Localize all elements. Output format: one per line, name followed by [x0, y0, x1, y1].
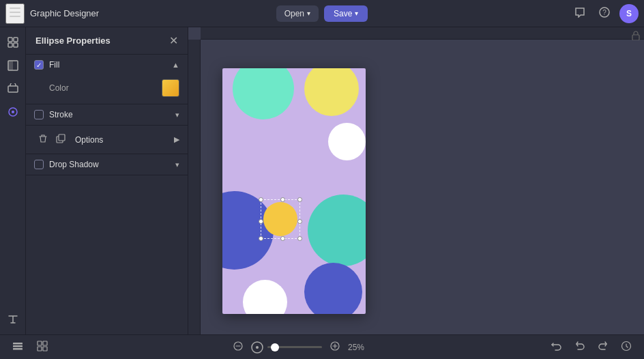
- fill-color-row: Color: [26, 75, 188, 104]
- svg-rect-5: [8, 38, 12, 42]
- redo-button[interactable]: [594, 339, 613, 356]
- avatar[interactable]: S: [619, 4, 639, 23]
- lock-icon: [628, 27, 644, 44]
- svg-rect-19: [13, 348, 23, 350]
- bottom-bar: 25%: [0, 334, 644, 359]
- stroke-section-header[interactable]: Stroke ▾: [26, 104, 188, 125]
- color-swatch[interactable]: [162, 79, 179, 97]
- svg-rect-23: [43, 347, 47, 351]
- circle-white-mr: [328, 123, 366, 160]
- handle-tr[interactable]: [297, 197, 302, 202]
- svg-rect-17: [13, 343, 23, 345]
- drop-shadow-label: Drop Shadow: [49, 160, 175, 169]
- svg-rect-2: [10, 16, 20, 17]
- svg-rect-20: [38, 341, 42, 345]
- handle-bm[interactable]: [280, 236, 285, 241]
- properties-panel: Ellipse Properties ✕ Fill ▲ Color Stroke…: [26, 27, 188, 334]
- delete-button[interactable]: [34, 131, 52, 148]
- svg-rect-21: [43, 341, 47, 345]
- canvas-area[interactable]: // Ruler ticks drawn via JS below: [188, 27, 644, 334]
- circle-blue-br: [304, 263, 362, 314]
- svg-rect-8: [14, 43, 18, 47]
- svg-point-26: [256, 346, 259, 349]
- circle-mint-tl: [233, 68, 294, 119]
- circle-teal-rm: [308, 195, 366, 266]
- chat-icon[interactable]: [570, 4, 589, 23]
- svg-rect-22: [38, 347, 42, 351]
- save-chevron-icon: ▾: [355, 10, 358, 17]
- undo-button[interactable]: [570, 339, 589, 356]
- fill-checkbox[interactable]: [34, 60, 44, 70]
- svg-rect-1: [10, 12, 20, 13]
- zoom-slider[interactable]: [267, 346, 322, 348]
- circle-white-bl: [243, 280, 287, 314]
- fill-section-header[interactable]: Fill ▲: [26, 55, 188, 75]
- ruler-left: [188, 40, 201, 334]
- svg-rect-15: [59, 134, 65, 141]
- handle-mr[interactable]: [297, 219, 302, 224]
- layers-icon[interactable]: [3, 56, 23, 75]
- fill-chevron-icon: ▲: [172, 61, 179, 69]
- selection-overlay: [261, 199, 300, 239]
- close-panel-button[interactable]: ✕: [169, 34, 178, 47]
- zoom-in-button[interactable]: [326, 339, 344, 355]
- drop-shadow-checkbox[interactable]: [34, 160, 44, 169]
- ruler-top: // Ruler ticks drawn via JS below: [201, 27, 644, 40]
- zoom-controls: 25%: [229, 339, 370, 355]
- fill-label: Fill: [49, 60, 172, 70]
- handle-bl[interactable]: [259, 236, 263, 241]
- handle-br[interactable]: [297, 236, 302, 241]
- handle-tm[interactable]: [280, 197, 285, 202]
- zoom-target: [251, 341, 263, 354]
- assets-icon[interactable]: [3, 79, 23, 98]
- options-label: Options: [70, 135, 174, 145]
- shapes-icon[interactable]: [3, 102, 23, 121]
- svg-point-13: [12, 111, 14, 113]
- options-chevron-icon: ▶: [174, 135, 179, 144]
- app-title: Graphic Designer: [30, 8, 99, 18]
- help-icon[interactable]: ?: [595, 4, 614, 23]
- options-row: Options ▶: [26, 126, 188, 154]
- svg-rect-0: [10, 8, 20, 9]
- canvas-document: [222, 68, 366, 314]
- panel-title: Ellipse Properties: [35, 35, 111, 46]
- open-chevron-icon: ▾: [307, 10, 310, 17]
- stroke-label: Stroke: [49, 110, 175, 119]
- svg-rect-6: [14, 38, 18, 42]
- stroke-section: Stroke ▾: [26, 104, 188, 126]
- left-toolbar: [0, 27, 26, 334]
- stroke-chevron-icon: ▾: [175, 111, 179, 119]
- stroke-checkbox[interactable]: [34, 110, 44, 119]
- circle-yellow-tr: [304, 68, 359, 116]
- duplicate-button[interactable]: [52, 131, 70, 148]
- svg-text:?: ?: [602, 9, 606, 16]
- svg-rect-10: [8, 61, 13, 70]
- handle-ml[interactable]: [259, 219, 263, 224]
- svg-rect-18: [13, 345, 23, 347]
- selection-box: [261, 199, 300, 239]
- history-controls: [547, 339, 636, 356]
- view-grid-button[interactable]: [33, 339, 52, 356]
- zoom-percentage: 25%: [348, 343, 370, 352]
- color-label: Color: [49, 83, 162, 93]
- zoom-circle-icon: [251, 341, 263, 354]
- history-button[interactable]: [617, 339, 636, 356]
- options-section: Options ▶: [26, 126, 188, 154]
- menu-icon[interactable]: [5, 3, 25, 24]
- pages-icon[interactable]: [3, 33, 23, 52]
- zoom-out-button[interactable]: [229, 339, 247, 355]
- view-list-button[interactable]: [8, 339, 27, 356]
- drop-shadow-header[interactable]: Drop Shadow ▾: [26, 154, 188, 175]
- text-icon[interactable]: [3, 310, 23, 329]
- drop-shadow-section: Drop Shadow ▾: [26, 154, 188, 175]
- save-state-button[interactable]: [547, 339, 566, 356]
- drop-shadow-chevron-icon: ▾: [175, 160, 179, 169]
- save-button[interactable]: Save ▾: [324, 5, 368, 22]
- svg-rect-11: [8, 86, 18, 92]
- svg-rect-16: [632, 35, 639, 40]
- svg-rect-7: [8, 43, 12, 47]
- fill-section: Fill ▲ Color: [26, 55, 188, 104]
- open-button[interactable]: Open ▾: [276, 5, 319, 22]
- handle-tl[interactable]: [259, 197, 263, 202]
